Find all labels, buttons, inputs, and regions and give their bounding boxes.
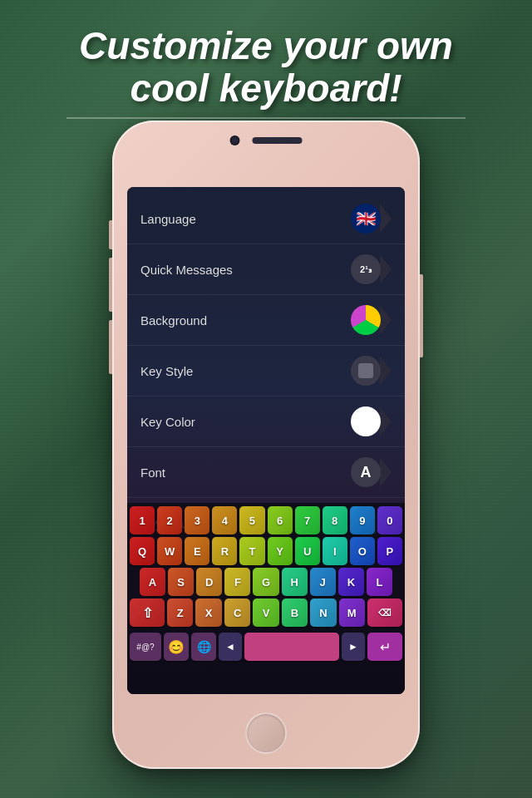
side-button-mute bbox=[109, 220, 112, 249]
menu-badge-quick-messages: 2¹₃ bbox=[351, 254, 392, 284]
color-circle-icon bbox=[351, 305, 381, 335]
divider bbox=[66, 117, 466, 119]
menu-item-key-color[interactable]: Key Color bbox=[127, 397, 405, 447]
arrow-icon bbox=[380, 254, 392, 284]
headline: Customize your own cool keyboard! bbox=[17, 25, 515, 109]
key-1[interactable]: 1 bbox=[130, 506, 155, 534]
menu-list: Language 🇬🇧 Quick Messages bbox=[127, 187, 405, 555]
phone-wrapper: Language 🇬🇧 Quick Messages bbox=[112, 121, 420, 769]
home-button[interactable] bbox=[245, 712, 287, 754]
key-t[interactable]: T bbox=[239, 537, 264, 565]
key-4[interactable]: 4 bbox=[212, 506, 237, 534]
key-5[interactable]: 5 bbox=[239, 506, 264, 534]
key-arrow-right[interactable]: ► bbox=[342, 633, 365, 661]
keyboard-area: 1 2 3 4 5 6 7 8 9 0 bbox=[127, 503, 405, 694]
numbers-icon: 2¹₃ bbox=[351, 254, 381, 284]
side-button-vol-down bbox=[109, 320, 112, 374]
key-j[interactable]: J bbox=[310, 568, 336, 596]
header-section: Customize your own cool keyboard! bbox=[0, 0, 532, 144]
menu-item-language[interactable]: Language 🇬🇧 bbox=[127, 194, 405, 244]
key-style-square bbox=[358, 363, 373, 378]
number-row: 1 2 3 4 5 6 7 8 9 0 bbox=[130, 506, 402, 534]
menu-label-key-color: Key Color bbox=[140, 415, 195, 429]
menu-badge-key-color bbox=[351, 406, 392, 436]
key-o[interactable]: O bbox=[350, 537, 375, 565]
white-circle-icon bbox=[351, 406, 381, 436]
menu-item-font[interactable]: Font A bbox=[127, 447, 405, 498]
key-space[interactable] bbox=[244, 633, 339, 661]
menu-item-background[interactable]: Background bbox=[127, 295, 405, 346]
key-return[interactable]: ↵ bbox=[367, 633, 402, 661]
key-b[interactable]: B bbox=[282, 598, 308, 627]
key-m[interactable]: M bbox=[339, 598, 365, 627]
key-2[interactable]: 2 bbox=[157, 506, 182, 534]
menu-label-font: Font bbox=[140, 466, 165, 480]
phone-screen: Language 🇬🇧 Quick Messages bbox=[127, 187, 405, 694]
arrow-icon bbox=[380, 204, 392, 234]
key-3[interactable]: 3 bbox=[185, 506, 209, 534]
asdf-row: A S D F G H J K L bbox=[130, 568, 402, 596]
headline-line1: Customize your own bbox=[79, 24, 453, 67]
side-button-vol-up bbox=[109, 258, 112, 312]
menu-badge-key-style bbox=[351, 356, 392, 386]
bottom-row: #@? 😊 🌐 ◄ ► ↵ bbox=[127, 633, 405, 664]
key-delete[interactable]: ⌫ bbox=[367, 598, 402, 627]
arrow-icon bbox=[380, 457, 392, 487]
key-c[interactable]: C bbox=[224, 598, 250, 627]
keyboard-rows: 1 2 3 4 5 6 7 8 9 0 bbox=[127, 503, 405, 633]
qwerty-row: Q W E R T Y U I O P bbox=[130, 537, 402, 565]
arrow-icon bbox=[380, 406, 392, 436]
key-special-chars[interactable]: #@? bbox=[130, 633, 161, 661]
key-g[interactable]: G bbox=[253, 568, 278, 596]
key-a[interactable]: A bbox=[140, 568, 165, 596]
menu-label-quick-messages: Quick Messages bbox=[140, 263, 233, 277]
key-7[interactable]: 7 bbox=[295, 506, 320, 534]
key-s[interactable]: S bbox=[168, 568, 194, 596]
flag-uk-icon: 🇬🇧 bbox=[351, 204, 381, 234]
gray-square-icon bbox=[351, 356, 381, 386]
side-button-power bbox=[420, 274, 423, 357]
key-r[interactable]: R bbox=[212, 537, 237, 565]
key-w[interactable]: W bbox=[157, 537, 182, 565]
key-h[interactable]: H bbox=[282, 568, 308, 596]
key-i[interactable]: I bbox=[323, 537, 347, 565]
menu-item-quick-messages[interactable]: Quick Messages 2¹₃ bbox=[127, 244, 405, 295]
key-p[interactable]: P bbox=[377, 537, 402, 565]
key-x[interactable]: X bbox=[195, 598, 221, 627]
font-a-icon: A bbox=[351, 457, 381, 487]
key-u[interactable]: U bbox=[295, 537, 320, 565]
key-emoji[interactable]: 😊 bbox=[164, 633, 189, 661]
key-d[interactable]: D bbox=[196, 568, 222, 596]
key-0[interactable]: 0 bbox=[377, 506, 402, 534]
key-f[interactable]: F bbox=[224, 568, 250, 596]
menu-label-background: Background bbox=[140, 313, 207, 328]
key-k[interactable]: K bbox=[338, 568, 364, 596]
key-e[interactable]: E bbox=[185, 537, 209, 565]
screen-background: Language 🇬🇧 Quick Messages bbox=[127, 187, 405, 694]
zxcv-row: ⇧ Z X C V B N M ⌫ bbox=[130, 598, 402, 627]
key-n[interactable]: N bbox=[310, 598, 336, 627]
menu-item-key-style[interactable]: Key Style bbox=[127, 346, 405, 397]
menu-label-key-style: Key Style bbox=[140, 364, 193, 378]
key-9[interactable]: 9 bbox=[350, 506, 375, 534]
key-globe[interactable]: 🌐 bbox=[191, 633, 216, 661]
key-l[interactable]: L bbox=[367, 568, 392, 596]
arrow-icon bbox=[380, 305, 392, 335]
menu-label-language: Language bbox=[140, 212, 196, 226]
menu-badge-background bbox=[351, 305, 392, 335]
key-v[interactable]: V bbox=[253, 598, 278, 627]
key-z[interactable]: Z bbox=[167, 598, 193, 627]
headline-line2: cool keyboard! bbox=[130, 66, 401, 110]
key-q[interactable]: Q bbox=[130, 537, 155, 565]
key-6[interactable]: 6 bbox=[268, 506, 293, 534]
menu-badge-language: 🇬🇧 bbox=[351, 204, 392, 234]
key-8[interactable]: 8 bbox=[323, 506, 347, 534]
key-y[interactable]: Y bbox=[268, 537, 293, 565]
menu-badge-font: A bbox=[351, 457, 392, 487]
key-arrow-left[interactable]: ◄ bbox=[219, 633, 242, 661]
phone-body: Language 🇬🇧 Quick Messages bbox=[112, 121, 420, 769]
key-shift[interactable]: ⇧ bbox=[130, 598, 165, 627]
arrow-icon bbox=[380, 356, 392, 386]
background: Customize your own cool keyboard! bbox=[0, 0, 532, 798]
